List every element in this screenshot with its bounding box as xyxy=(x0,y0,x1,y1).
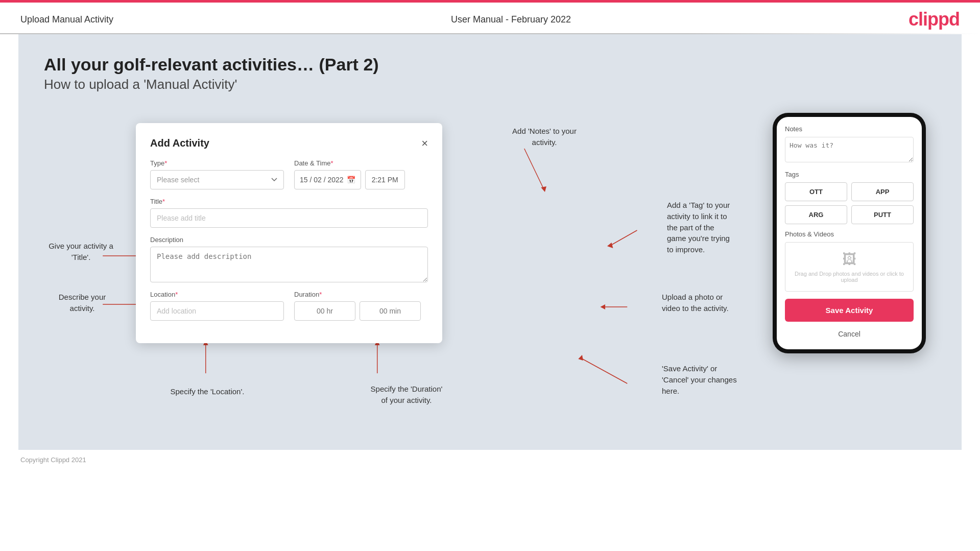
title-label: Title* xyxy=(150,198,428,205)
photos-section-label: Photos & Videos xyxy=(785,230,914,238)
main-heading: All your golf-relevant activities… (Part… xyxy=(44,55,936,75)
description-group: Description xyxy=(150,236,428,282)
duration-hr-input[interactable] xyxy=(294,301,355,321)
location-callout: Specify the 'Location'. xyxy=(156,386,258,397)
phone-inner: Notes Tags OTT APP ARG PUTT Photos & Vid… xyxy=(777,117,922,349)
duration-group: Duration* xyxy=(294,291,428,321)
footer: Copyright Clippd 2021 xyxy=(0,450,980,470)
duration-inputs xyxy=(294,301,428,321)
tags-grid: OTT APP ARG PUTT xyxy=(785,182,914,224)
location-group: Location* xyxy=(150,291,284,321)
photo-upload-area[interactable]: 🖼 Drag and Drop photos and videos or cli… xyxy=(785,242,914,292)
location-input[interactable] xyxy=(150,301,284,321)
main-content: All your golf-relevant activities… (Part… xyxy=(18,34,962,450)
logo: clippd xyxy=(909,9,960,30)
tag-app[interactable]: APP xyxy=(851,182,914,201)
tag-ott[interactable]: OTT xyxy=(785,182,847,201)
notes-input[interactable] xyxy=(785,137,914,162)
location-label: Location* xyxy=(150,291,284,298)
modal-title: Add Activity xyxy=(150,137,209,149)
tag-putt[interactable]: PUTT xyxy=(851,205,914,224)
duration-min-input[interactable] xyxy=(360,301,421,321)
datetime-label: Date & Time* xyxy=(294,159,428,167)
calendar-icon: 📅 xyxy=(347,176,355,184)
duration-label: Duration* xyxy=(294,291,428,298)
save-activity-button[interactable]: Save Activity xyxy=(785,299,914,322)
header: Upload Manual Activity User Manual - Feb… xyxy=(0,3,980,34)
description-label: Description xyxy=(150,236,428,244)
type-select[interactable]: Please select xyxy=(150,170,284,189)
notes-section-label: Notes xyxy=(785,125,914,133)
tags-section-label: Tags xyxy=(785,171,914,178)
description-callout: Describe your activity. xyxy=(49,292,115,314)
title-callout: Give your activity a 'Title'. xyxy=(44,241,118,263)
phone-mockup: Notes Tags OTT APP ARG PUTT Photos & Vid… xyxy=(773,113,936,353)
time-input[interactable]: 2:21 PM xyxy=(365,170,405,189)
date-input[interactable]: 15 / 02 / 2022 📅 xyxy=(294,170,361,189)
page-title: Upload Manual Activity xyxy=(20,14,113,25)
title-group: Title* xyxy=(150,198,428,228)
type-label: Type* xyxy=(150,159,284,167)
tag-arg[interactable]: ARG xyxy=(785,205,847,224)
manual-title: User Manual - February 2022 xyxy=(451,14,571,25)
duration-callout: Specify the 'Duration' of your activity. xyxy=(345,384,468,406)
modal-dialog: Add Activity × Type* Please select xyxy=(136,123,442,343)
phone-outer: Notes Tags OTT APP ARG PUTT Photos & Vid… xyxy=(773,113,926,353)
cancel-link[interactable]: Cancel xyxy=(785,327,914,341)
location-duration-row: Location* Duration* xyxy=(150,291,428,321)
date-time-inputs: 15 / 02 / 2022 📅 2:21 PM xyxy=(294,170,428,189)
upload-text: Drag and Drop photos and videos or click… xyxy=(794,271,905,283)
modal-header: Add Activity × xyxy=(150,137,428,149)
save-callout: 'Save Activity' or 'Cancel' your changes… xyxy=(662,363,790,396)
type-group: Type* Please select xyxy=(150,159,284,189)
main-subheading: How to upload a 'Manual Activity' xyxy=(44,77,936,92)
upload-icon: 🖼 xyxy=(794,251,905,268)
datetime-group: Date & Time* 15 / 02 / 2022 📅 2:21 PM xyxy=(294,159,428,189)
title-input[interactable] xyxy=(150,208,428,228)
type-datetime-row: Type* Please select Date & Time* 15 / 02 xyxy=(150,159,428,189)
svg-line-9 xyxy=(581,358,627,384)
close-button[interactable]: × xyxy=(421,138,428,149)
description-textarea[interactable] xyxy=(150,247,428,282)
copyright: Copyright Clippd 2021 xyxy=(20,456,86,464)
